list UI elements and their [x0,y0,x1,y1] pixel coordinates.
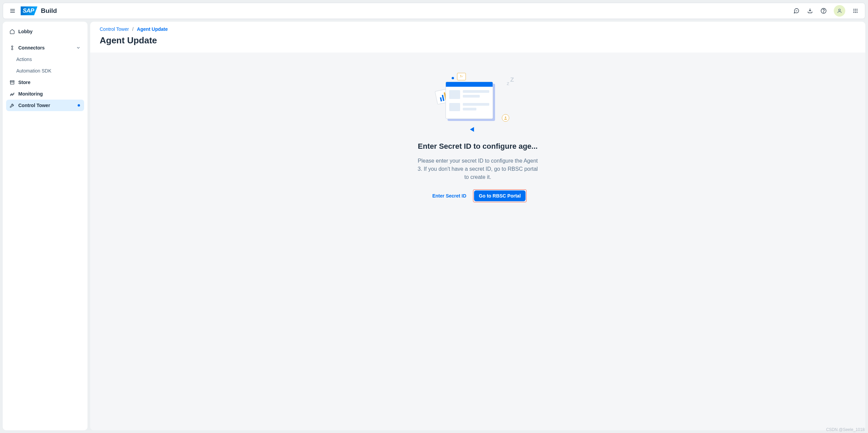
person-icon [837,8,842,14]
sidebar-item-actions[interactable]: Actions [6,54,84,65]
page-title: Agent Update [100,35,856,46]
shell-header: SAP Build [3,3,865,19]
header-actions [790,5,862,17]
svg-point-5 [839,9,840,11]
sidebar-label: Automation SDK [16,68,52,74]
svg-point-7 [855,9,856,10]
sidebar: Lobby Connectors Actions Automation SDK … [3,22,87,430]
sidebar-label: Control Tower [18,103,50,108]
annotation-highlight: Go to RBSC Portal [473,189,527,202]
help-icon [821,8,827,14]
svg-point-10 [855,11,856,12]
svg-point-8 [856,9,857,10]
person-badge-icon [502,114,509,122]
svg-point-4 [823,12,824,12]
sidebar-label: Store [18,80,31,85]
image-card-icon [457,73,466,80]
feedback-icon [793,8,800,14]
enter-secret-id-button[interactable]: Enter Secret ID [429,190,470,201]
download-button[interactable] [804,5,816,17]
breadcrumb-current: Agent Update [137,26,168,32]
sidebar-item-control-tower[interactable]: Control Tower [6,100,84,111]
svg-point-13 [855,12,856,13]
svg-point-18 [460,75,461,76]
chevron-down-icon [76,45,81,50]
empty-actions: Enter Secret ID Go to RBSC Portal [415,189,540,202]
svg-point-11 [856,11,857,12]
go-to-rbsc-portal-button[interactable]: Go to RBSC Portal [474,190,526,201]
sidebar-label: Connectors [18,45,45,50]
help-button[interactable] [817,5,830,17]
zzz-icon: z [510,75,514,84]
empty-description: Please enter your secret ID to configure… [415,157,540,181]
empty-illustration: z z [439,73,517,134]
sidebar-label: Lobby [18,29,33,34]
sidebar-item-automation-sdk[interactable]: Automation SDK [6,65,84,77]
sap-logo: SAP [21,6,37,15]
sidebar-item-connectors[interactable]: Connectors [6,42,84,54]
content-header: Control Tower / Agent Update Agent Updat… [90,22,865,53]
grid-icon [853,8,858,14]
empty-state: z z [415,73,540,202]
decor-dot [452,77,454,79]
connectors-icon [9,45,15,50]
product-name: Build [41,7,57,15]
home-icon [9,29,15,34]
app-launcher-button[interactable] [849,5,862,17]
monitoring-icon [9,91,15,97]
svg-point-19 [505,117,506,118]
watermark: CSDN @Seele_1018 [826,427,865,432]
breadcrumb-link-root[interactable]: Control Tower [100,26,129,32]
breadcrumb-separator: / [132,26,134,32]
menu-button[interactable] [6,5,19,17]
user-avatar[interactable] [834,5,845,17]
sidebar-label: Monitoring [18,91,43,97]
content-body: z z [90,53,865,430]
sidebar-item-monitoring[interactable]: Monitoring [6,88,84,100]
active-indicator-dot [78,104,80,107]
empty-title: Enter Secret ID to configure age... [415,142,540,151]
sidebar-item-lobby[interactable]: Lobby [6,26,84,37]
content-area: Control Tower / Agent Update Agent Updat… [90,22,865,430]
browser-window-icon [446,82,493,119]
sidebar-label: Actions [16,57,32,62]
svg-point-14 [856,12,857,13]
svg-point-17 [12,48,13,50]
svg-point-15 [12,46,13,47]
feedback-button[interactable] [790,5,803,17]
wrench-icon [9,103,15,108]
store-icon [9,80,15,85]
svg-point-6 [853,9,854,10]
download-icon [807,8,813,14]
svg-point-12 [853,12,854,13]
breadcrumb: Control Tower / Agent Update [100,26,856,32]
play-triangle-icon [470,127,474,132]
svg-point-9 [853,11,854,12]
menu-icon [9,8,16,14]
sidebar-item-store[interactable]: Store [6,77,84,88]
zzz-icon: z [507,80,510,86]
